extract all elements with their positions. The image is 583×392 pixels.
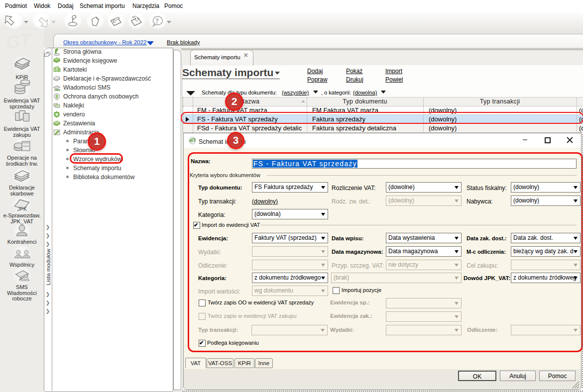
svg-text:JPK: JPK: [17, 206, 27, 212]
svg-text:SMS: SMS: [21, 278, 30, 282]
svg-text:SMS: SMS: [54, 89, 60, 92]
svg-text:?: ?: [155, 17, 159, 25]
svg-text:GT: GT: [190, 139, 196, 143]
